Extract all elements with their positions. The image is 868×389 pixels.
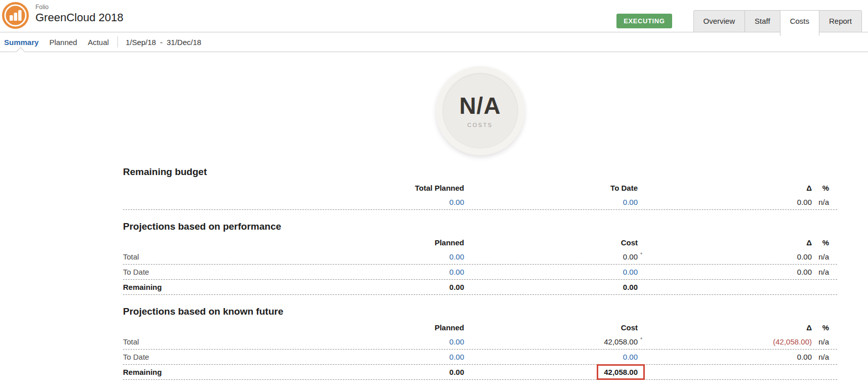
row-label: Remaining — [123, 368, 275, 376]
date-range-start: 1/Sep/18 — [126, 38, 156, 47]
section-title: Projections based on performance — [123, 221, 837, 232]
table-header-row: Planned Cost Δ % — [123, 320, 837, 334]
folio-logo-icon — [2, 2, 29, 29]
column-header-delta: Δ — [648, 184, 812, 192]
column-header-cost: Cost — [464, 238, 638, 247]
table-row-to-date: To Date 0.00 0.00 0.00 n/a — [123, 265, 837, 280]
percent-value: n/a — [812, 198, 829, 206]
column-header-delta: Δ — [648, 323, 812, 332]
percent-value: n/a — [812, 268, 829, 276]
tab-report[interactable]: Report — [819, 11, 861, 32]
date-range-end: 31/Dec/18 — [167, 38, 201, 47]
section-projections-known-future: Projections based on known future Planne… — [123, 306, 837, 380]
section-title: Projections based on known future — [123, 306, 837, 317]
column-header-percent: % — [812, 184, 829, 192]
table-header-row: Planned Cost Δ % — [123, 235, 837, 249]
percent-value: n/a — [812, 252, 829, 261]
delta-value: 0.00 — [648, 252, 812, 261]
column-header-delta: Δ — [648, 238, 812, 247]
cost-value: 0.00 — [464, 252, 638, 261]
cost-value-link[interactable]: 0.00 — [623, 268, 638, 276]
total-planned-value-link[interactable]: 0.00 — [449, 198, 464, 206]
planned-value-link[interactable]: 0.00 — [449, 252, 464, 261]
delta-value: 0.00 — [648, 353, 812, 361]
column-header-percent: % — [812, 238, 829, 247]
tab-overview[interactable]: Overview — [694, 11, 746, 32]
app-header: Folio GreenCloud 2018 EXECUTING Overview… — [0, 0, 868, 32]
main-tab-bar: Overview Staff Costs Report — [693, 10, 862, 32]
table-row-total: Total 0.00 42,058.00 * (42,058.00) n/a — [123, 334, 837, 350]
active-subnav-notch — [16, 47, 25, 56]
date-range-separator: - — [160, 38, 162, 47]
planned-value-link[interactable]: 0.00 — [449, 268, 464, 276]
delta-value: 0.00 — [648, 198, 812, 206]
table-row: 0.00 0.00 0.00 n/a — [123, 195, 837, 210]
cost-value-link[interactable]: 0.00 — [623, 353, 638, 361]
section-projections-performance: Projections based on performance Planned… — [123, 221, 837, 295]
title-block: Folio GreenCloud 2018 — [35, 0, 123, 32]
cost-value: 0.00 — [464, 283, 638, 291]
percent-value: n/a — [812, 337, 829, 346]
row-label: Total — [123, 337, 275, 346]
gauge-label: COSTS — [467, 122, 492, 128]
tab-costs[interactable]: Costs — [780, 11, 819, 36]
column-header-to-date: To Date — [464, 184, 638, 192]
subnav-item-planned[interactable]: Planned — [49, 38, 77, 47]
status-badge[interactable]: EXECUTING — [616, 14, 672, 28]
costs-gauge-inner: N/A COSTS — [442, 73, 518, 149]
delta-value-negative: (42,058.00) — [648, 337, 812, 346]
date-range: 1/Sep/18 - 31/Dec/18 — [126, 38, 201, 47]
column-header-planned: Planned — [275, 323, 464, 332]
planned-value-link[interactable]: 0.00 — [449, 353, 464, 361]
table-header-row: Total Planned To Date Δ % — [123, 181, 837, 195]
costs-summary-content: N/A COSTS Remaining budget Total Planned… — [123, 66, 837, 380]
row-label: To Date — [123, 268, 275, 276]
subnav-divider — [117, 36, 118, 48]
planned-value-link[interactable]: 0.00 — [449, 337, 464, 346]
table-row-remaining: Remaining 0.00 0.00 — [123, 280, 837, 295]
costs-gauge: N/A COSTS — [436, 66, 525, 155]
column-header-planned: Planned — [275, 238, 464, 247]
column-header-cost: Cost — [464, 323, 638, 332]
section-title: Remaining budget — [123, 166, 837, 178]
footnote-asterisk: * — [640, 336, 642, 342]
highlighted-remaining-cost: 42,058.00 — [597, 364, 645, 380]
delta-value: 0.00 — [648, 268, 812, 276]
footnote-asterisk: * — [640, 251, 642, 257]
page-title: GreenCloud 2018 — [35, 11, 123, 24]
section-remaining-budget: Remaining budget Total Planned To Date Δ… — [123, 166, 837, 210]
row-label: To Date — [123, 353, 275, 361]
cost-value: 42,058.00 — [464, 337, 638, 346]
costs-subnav: Summary Planned Actual 1/Sep/18 - 31/Dec… — [0, 32, 868, 52]
table-row-remaining: Remaining 0.00 42,058.00 — [123, 365, 837, 380]
app-label: Folio — [35, 4, 123, 11]
row-label: Total — [123, 252, 275, 261]
column-header-total-planned: Total Planned — [275, 184, 464, 192]
tab-staff[interactable]: Staff — [745, 11, 780, 32]
planned-value: 0.00 — [275, 368, 464, 376]
table-row-total: Total 0.00 0.00 * 0.00 n/a — [123, 249, 837, 265]
subnav-item-summary[interactable]: Summary — [4, 38, 38, 47]
to-date-value-link[interactable]: 0.00 — [623, 198, 638, 206]
gauge-value: N/A — [459, 94, 501, 117]
percent-value: n/a — [812, 353, 829, 361]
planned-value: 0.00 — [275, 283, 464, 291]
table-row-to-date: To Date 0.00 0.00 0.00 n/a — [123, 350, 837, 365]
subnav-item-actual[interactable]: Actual — [88, 38, 109, 47]
row-label: Remaining — [123, 283, 275, 291]
column-header-percent: % — [812, 323, 829, 332]
